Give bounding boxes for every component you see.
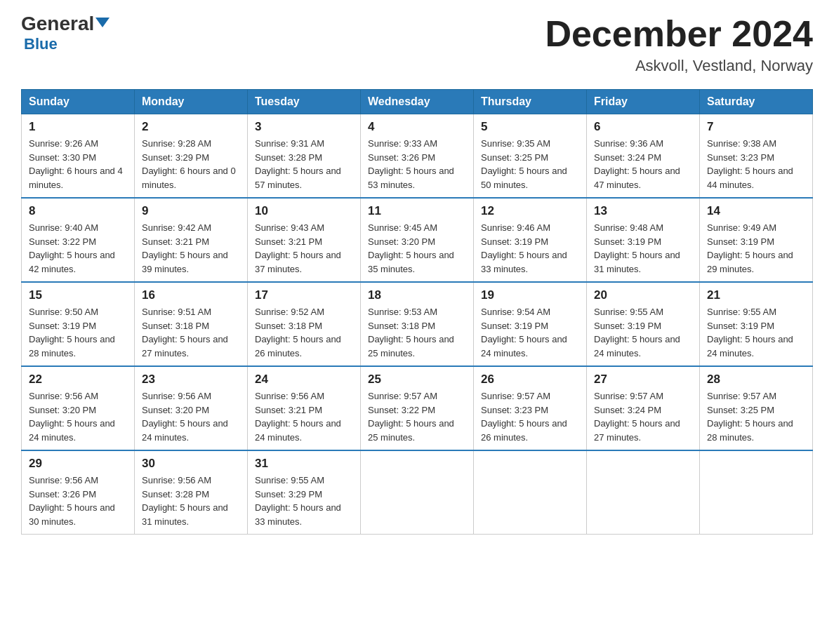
day-info: Sunrise: 9:50 AM Sunset: 3:19 PM Dayligh…	[29, 305, 127, 360]
calendar-cell: 22 Sunrise: 9:56 AM Sunset: 3:20 PM Dayl…	[22, 366, 135, 450]
calendar-cell: 3 Sunrise: 9:31 AM Sunset: 3:28 PM Dayli…	[248, 114, 361, 199]
weekday-header-friday: Friday	[587, 90, 700, 114]
weekday-header-thursday: Thursday	[474, 90, 587, 114]
day-number: 6	[594, 120, 692, 134]
weekday-header-sunday: Sunday	[22, 90, 135, 114]
day-info: Sunrise: 9:57 AM Sunset: 3:22 PM Dayligh…	[368, 389, 466, 444]
weekday-header-wednesday: Wednesday	[361, 90, 474, 114]
day-number: 11	[368, 204, 466, 218]
calendar-cell: 8 Sunrise: 9:40 AM Sunset: 3:22 PM Dayli…	[22, 198, 135, 282]
calendar-cell: 14 Sunrise: 9:49 AM Sunset: 3:19 PM Dayl…	[700, 198, 813, 282]
calendar-cell	[700, 450, 813, 535]
day-info: Sunrise: 9:45 AM Sunset: 3:20 PM Dayligh…	[368, 221, 466, 276]
day-info: Sunrise: 9:38 AM Sunset: 3:23 PM Dayligh…	[707, 137, 805, 192]
day-number: 4	[368, 120, 466, 134]
day-info: Sunrise: 9:40 AM Sunset: 3:22 PM Dayligh…	[29, 221, 127, 276]
month-title: December 2024	[545, 14, 813, 54]
calendar-cell: 2 Sunrise: 9:28 AM Sunset: 3:29 PM Dayli…	[135, 114, 248, 199]
day-info: Sunrise: 9:55 AM Sunset: 3:19 PM Dayligh…	[594, 305, 692, 360]
calendar-cell: 23 Sunrise: 9:56 AM Sunset: 3:20 PM Dayl…	[135, 366, 248, 450]
day-info: Sunrise: 9:33 AM Sunset: 3:26 PM Dayligh…	[368, 137, 466, 192]
calendar-week-2: 8 Sunrise: 9:40 AM Sunset: 3:22 PM Dayli…	[22, 198, 813, 282]
day-number: 2	[142, 120, 240, 134]
calendar-cell: 27 Sunrise: 9:57 AM Sunset: 3:24 PM Dayl…	[587, 366, 700, 450]
day-number: 30	[142, 457, 240, 471]
day-info: Sunrise: 9:31 AM Sunset: 3:28 PM Dayligh…	[255, 137, 353, 192]
calendar-week-4: 22 Sunrise: 9:56 AM Sunset: 3:20 PM Dayl…	[22, 366, 813, 450]
day-info: Sunrise: 9:56 AM Sunset: 3:21 PM Dayligh…	[255, 389, 353, 444]
day-number: 15	[29, 288, 127, 302]
day-info: Sunrise: 9:48 AM Sunset: 3:19 PM Dayligh…	[594, 221, 692, 276]
calendar-cell: 30 Sunrise: 9:56 AM Sunset: 3:28 PM Dayl…	[135, 450, 248, 535]
calendar-cell: 25 Sunrise: 9:57 AM Sunset: 3:22 PM Dayl…	[361, 366, 474, 450]
day-info: Sunrise: 9:57 AM Sunset: 3:24 PM Dayligh…	[594, 389, 692, 444]
day-info: Sunrise: 9:55 AM Sunset: 3:19 PM Dayligh…	[707, 305, 805, 360]
logo-blue: Blue	[24, 35, 58, 53]
calendar-cell	[361, 450, 474, 535]
calendar-cell: 6 Sunrise: 9:36 AM Sunset: 3:24 PM Dayli…	[587, 114, 700, 199]
calendar-cell: 4 Sunrise: 9:33 AM Sunset: 3:26 PM Dayli…	[361, 114, 474, 199]
day-number: 9	[142, 204, 240, 218]
day-number: 3	[255, 120, 353, 134]
day-number: 1	[29, 120, 127, 134]
calendar-cell: 20 Sunrise: 9:55 AM Sunset: 3:19 PM Dayl…	[587, 282, 700, 366]
day-info: Sunrise: 9:28 AM Sunset: 3:29 PM Dayligh…	[142, 137, 240, 192]
day-number: 16	[142, 288, 240, 302]
calendar-cell: 29 Sunrise: 9:56 AM Sunset: 3:26 PM Dayl…	[22, 450, 135, 535]
day-number: 12	[481, 204, 579, 218]
day-info: Sunrise: 9:53 AM Sunset: 3:18 PM Dayligh…	[368, 305, 466, 360]
day-info: Sunrise: 9:35 AM Sunset: 3:25 PM Dayligh…	[481, 137, 579, 192]
day-info: Sunrise: 9:56 AM Sunset: 3:20 PM Dayligh…	[142, 389, 240, 444]
day-info: Sunrise: 9:52 AM Sunset: 3:18 PM Dayligh…	[255, 305, 353, 360]
day-number: 20	[594, 288, 692, 302]
logo-triangle-icon	[95, 18, 110, 27]
day-number: 22	[29, 373, 127, 387]
day-number: 31	[255, 457, 353, 471]
calendar-cell: 9 Sunrise: 9:42 AM Sunset: 3:21 PM Dayli…	[135, 198, 248, 282]
day-info: Sunrise: 9:51 AM Sunset: 3:18 PM Dayligh…	[142, 305, 240, 360]
calendar-cell	[474, 450, 587, 535]
day-number: 29	[29, 457, 127, 471]
day-number: 18	[368, 288, 466, 302]
day-info: Sunrise: 9:46 AM Sunset: 3:19 PM Dayligh…	[481, 221, 579, 276]
page-header: General Blue December 2024 Askvoll, Vest…	[21, 14, 813, 75]
calendar-cell: 31 Sunrise: 9:55 AM Sunset: 3:29 PM Dayl…	[248, 450, 361, 535]
calendar-week-5: 29 Sunrise: 9:56 AM Sunset: 3:26 PM Dayl…	[22, 450, 813, 535]
calendar-cell: 1 Sunrise: 9:26 AM Sunset: 3:30 PM Dayli…	[22, 114, 135, 199]
calendar-week-3: 15 Sunrise: 9:50 AM Sunset: 3:19 PM Dayl…	[22, 282, 813, 366]
day-number: 27	[594, 373, 692, 387]
day-info: Sunrise: 9:56 AM Sunset: 3:20 PM Dayligh…	[29, 389, 127, 444]
calendar-cell: 13 Sunrise: 9:48 AM Sunset: 3:19 PM Dayl…	[587, 198, 700, 282]
day-info: Sunrise: 9:56 AM Sunset: 3:26 PM Dayligh…	[29, 474, 127, 528]
day-number: 7	[707, 120, 805, 134]
day-number: 13	[594, 204, 692, 218]
calendar-cell: 16 Sunrise: 9:51 AM Sunset: 3:18 PM Dayl…	[135, 282, 248, 366]
day-info: Sunrise: 9:26 AM Sunset: 3:30 PM Dayligh…	[29, 137, 127, 192]
calendar-cell: 21 Sunrise: 9:55 AM Sunset: 3:19 PM Dayl…	[700, 282, 813, 366]
calendar-table: SundayMondayTuesdayWednesdayThursdayFrid…	[21, 89, 813, 535]
day-number: 17	[255, 288, 353, 302]
day-number: 23	[142, 373, 240, 387]
day-info: Sunrise: 9:36 AM Sunset: 3:24 PM Dayligh…	[594, 137, 692, 192]
calendar-cell: 17 Sunrise: 9:52 AM Sunset: 3:18 PM Dayl…	[248, 282, 361, 366]
calendar-cell: 28 Sunrise: 9:57 AM Sunset: 3:25 PM Dayl…	[700, 366, 813, 450]
calendar-cell: 19 Sunrise: 9:54 AM Sunset: 3:19 PM Dayl…	[474, 282, 587, 366]
logo: General Blue	[21, 14, 110, 53]
calendar-cell: 18 Sunrise: 9:53 AM Sunset: 3:18 PM Dayl…	[361, 282, 474, 366]
day-number: 10	[255, 204, 353, 218]
weekday-header-row: SundayMondayTuesdayWednesdayThursdayFrid…	[22, 90, 813, 114]
calendar-cell: 10 Sunrise: 9:43 AM Sunset: 3:21 PM Dayl…	[248, 198, 361, 282]
calendar-cell: 11 Sunrise: 9:45 AM Sunset: 3:20 PM Dayl…	[361, 198, 474, 282]
calendar-week-1: 1 Sunrise: 9:26 AM Sunset: 3:30 PM Dayli…	[22, 114, 813, 199]
day-number: 8	[29, 204, 127, 218]
calendar-cell: 12 Sunrise: 9:46 AM Sunset: 3:19 PM Dayl…	[474, 198, 587, 282]
calendar-cell: 24 Sunrise: 9:56 AM Sunset: 3:21 PM Dayl…	[248, 366, 361, 450]
day-number: 14	[707, 204, 805, 218]
weekday-header-tuesday: Tuesday	[248, 90, 361, 114]
calendar-cell: 26 Sunrise: 9:57 AM Sunset: 3:23 PM Dayl…	[474, 366, 587, 450]
day-info: Sunrise: 9:43 AM Sunset: 3:21 PM Dayligh…	[255, 221, 353, 276]
day-info: Sunrise: 9:54 AM Sunset: 3:19 PM Dayligh…	[481, 305, 579, 360]
location: Askvoll, Vestland, Norway	[545, 57, 813, 75]
day-number: 5	[481, 120, 579, 134]
day-info: Sunrise: 9:56 AM Sunset: 3:28 PM Dayligh…	[142, 474, 240, 528]
